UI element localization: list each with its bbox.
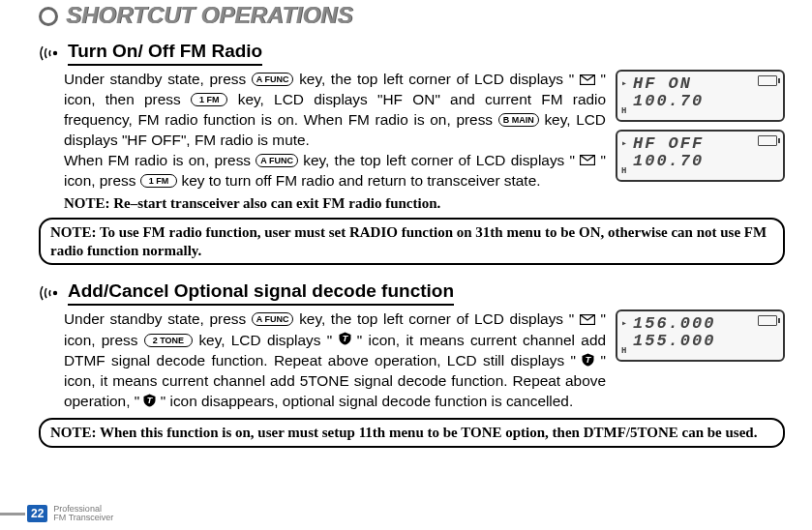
envelope-icon bbox=[580, 71, 595, 91]
battery-icon bbox=[758, 75, 777, 86]
battery-icon-3 bbox=[758, 315, 777, 326]
lcd-h-icon-3: H bbox=[621, 347, 628, 356]
section1-note-line: NOTE: Re–start transceiver also can exit… bbox=[39, 195, 785, 212]
section1-lcd-column: ▸ H HF ON 100.70 ▸ H HF OFF 100.70 bbox=[616, 70, 785, 190]
envelope-icon-2 bbox=[580, 151, 595, 171]
section2-heading-row: Add/Cancel Optional signal decode functi… bbox=[39, 280, 785, 306]
bullet-ring-icon bbox=[39, 7, 58, 26]
section1-note-box: NOTE: To use FM radio function, user mus… bbox=[39, 218, 785, 266]
lcd-caret-icon: ▸ bbox=[621, 79, 629, 90]
key-main: B MAIN bbox=[498, 113, 539, 127]
section1-body-row: Under standby state, press A FUNC key, t… bbox=[39, 70, 785, 191]
footer-bar-icon bbox=[0, 513, 25, 515]
t-shield-icon-2: T bbox=[582, 352, 594, 372]
lcd-hf-on: ▸ H HF ON 100.70 bbox=[616, 70, 785, 122]
key-fm: 1 FM bbox=[191, 93, 228, 106]
t-shield-icon-3: T bbox=[143, 393, 156, 413]
section1-title: Turn On/ Off FM Radio bbox=[68, 41, 262, 66]
s1-p2b: key, the top left corner of LCD displays… bbox=[303, 152, 580, 168]
section2-body-row: Under standby state, press A FUNC key, t… bbox=[39, 309, 785, 412]
section2-title: Add/Cancel Optional signal decode functi… bbox=[68, 280, 454, 306]
lcd-hf-off: ▸ H HF OFF 100.70 bbox=[616, 130, 785, 182]
lcd-b-line2: 100.70 bbox=[633, 153, 777, 170]
lcd-caret-icon-3: ▸ bbox=[621, 319, 629, 330]
s1-p1a: Under standby state, press bbox=[64, 71, 252, 87]
s1-p1b: key, the top left corner of LCD displays… bbox=[299, 71, 580, 87]
lcd-b-line1: HF OFF bbox=[633, 135, 777, 153]
key-tone: 2 TONE bbox=[144, 334, 193, 347]
key-func-2: A FUNC bbox=[256, 154, 298, 167]
lcd-h-icon: H bbox=[621, 107, 628, 116]
header-title: SHORTCUT OPERATIONS bbox=[66, 2, 352, 29]
s2-p1b: key, the top left corner of LCD displays… bbox=[299, 310, 580, 327]
s1-p2d: key to turn off FM radio and return to t… bbox=[182, 172, 541, 189]
section2-note-box: NOTE: When this function is on, user mus… bbox=[39, 418, 785, 448]
key-func: A FUNC bbox=[252, 73, 294, 86]
page-number: 22 bbox=[27, 505, 47, 522]
footer-text: Professional FM Transceiver bbox=[53, 505, 113, 522]
section1-heading-row: Turn On/ Off FM Radio bbox=[39, 41, 785, 66]
page-header: SHORTCUT OPERATIONS bbox=[39, 2, 785, 29]
key-fm-2: 1 FM bbox=[140, 174, 178, 188]
s2-p1a: Under standby state, press bbox=[64, 310, 252, 327]
s2-p1g: " icon disappears, optional signal decod… bbox=[161, 393, 573, 409]
footer-line2: FM Transceiver bbox=[53, 514, 113, 522]
lcd-caret-icon-2: ▸ bbox=[621, 139, 629, 150]
page-footer: 22 Professional FM Transceiver bbox=[0, 505, 113, 522]
svg-point-0 bbox=[53, 51, 57, 55]
radio-waves-icon bbox=[39, 43, 64, 64]
lcd-a-line1: HF ON bbox=[633, 75, 777, 93]
section1-body: Under standby state, press A FUNC key, t… bbox=[39, 70, 606, 191]
lcd-a-line2: 100.70 bbox=[633, 93, 777, 110]
radio-waves-icon-2 bbox=[39, 282, 64, 304]
key-func-3: A FUNC bbox=[252, 312, 294, 326]
lcd-c-line2: 155.000 bbox=[633, 333, 777, 350]
s1-p2a: When FM radio is on, press bbox=[64, 152, 256, 168]
battery-icon-2 bbox=[758, 135, 777, 146]
lcd-freq: ▸ H 156.000 155.000 bbox=[616, 309, 785, 362]
section2-body: Under standby state, press A FUNC key, t… bbox=[39, 309, 606, 412]
t-shield-icon: T bbox=[339, 331, 351, 351]
lcd-h-icon-2: H bbox=[621, 167, 628, 176]
section2-lcd-column: ▸ H 156.000 155.000 bbox=[616, 309, 785, 369]
s2-p1d: key, LCD displays " bbox=[198, 332, 338, 348]
svg-point-3 bbox=[53, 291, 57, 295]
lcd-c-line1: 156.000 bbox=[633, 315, 777, 333]
envelope-icon-3 bbox=[580, 310, 595, 331]
